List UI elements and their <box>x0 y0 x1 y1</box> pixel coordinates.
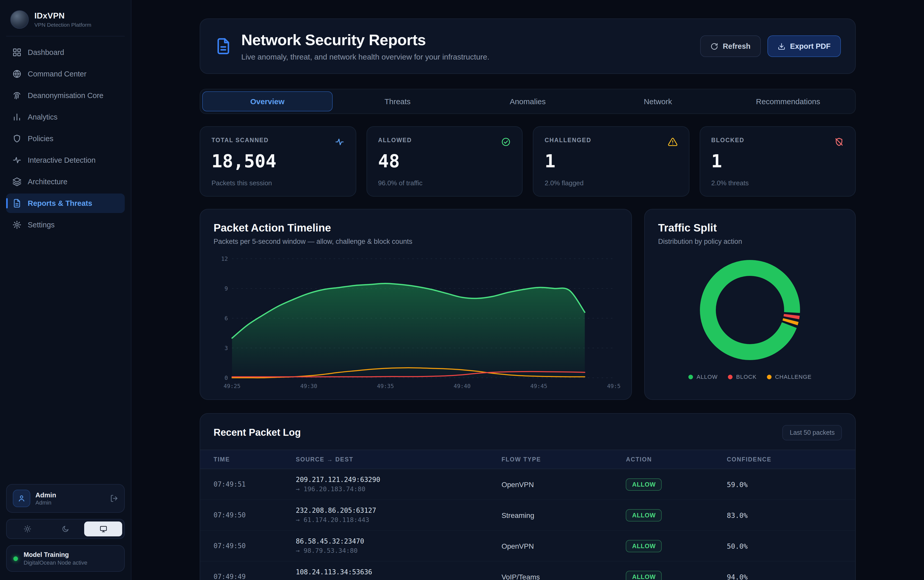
tab-network[interactable]: Network <box>593 91 723 111</box>
theme-dark-button[interactable] <box>46 521 84 536</box>
page-subtitle: Live anomaly, threat, and network health… <box>241 52 489 61</box>
table-row: 07:49:51 209.217.121.249:63290→ 196.20.1… <box>200 469 855 500</box>
tab-anomalies[interactable]: Anomalies <box>463 91 593 111</box>
timeline-title: Packet Action Timeline <box>214 222 618 234</box>
log-header: Recent Packet Log Last 50 packets <box>200 425 855 440</box>
stat-label: TOTAL SCANNED <box>211 137 344 143</box>
main-content[interactable]: Network Security Reports Live anomaly, t… <box>132 0 924 580</box>
brand-text: IDxVPN VPN Detection Platform <box>35 11 91 28</box>
logout-icon[interactable] <box>110 494 118 503</box>
action-badge: ALLOW <box>626 478 662 491</box>
cell-action: ALLOW <box>626 509 727 521</box>
cell-time: 07:49:49 <box>200 573 296 580</box>
shield-off-icon <box>834 137 844 147</box>
tab-recommendations[interactable]: Recommendations <box>723 91 853 111</box>
sidebar: IDxVPN VPN Detection Platform Dashboard … <box>0 0 132 580</box>
legend-block: BLOCK <box>728 374 757 380</box>
sidebar-item-architecture[interactable]: Architecture <box>6 172 125 191</box>
header-actions: Refresh Export PDF <box>700 35 841 57</box>
app-root: IDxVPN VPN Detection Platform Dashboard … <box>0 0 924 580</box>
export-pdf-button[interactable]: Export PDF <box>768 35 841 57</box>
refresh-button[interactable]: Refresh <box>700 35 761 57</box>
refresh-icon <box>710 42 718 50</box>
col-time: TIME <box>200 456 296 463</box>
stat-value: 1 <box>545 151 677 171</box>
user-avatar <box>13 490 30 507</box>
cell-flow: OpenVPN <box>502 480 626 488</box>
svg-text:0: 0 <box>225 375 228 381</box>
stat-blocked: BLOCKED 1 2.0% threats <box>699 126 856 196</box>
action-badge: ALLOW <box>626 540 662 552</box>
tab-overview[interactable]: Overview <box>202 91 333 111</box>
svg-text:6: 6 <box>225 315 228 321</box>
legend-allow: ALLOW <box>688 374 718 380</box>
legend-label: ALLOW <box>697 374 718 380</box>
sidebar-item-command-center[interactable]: Command Center <box>6 64 125 84</box>
fingerprint-icon <box>12 91 21 100</box>
svg-text:3: 3 <box>225 345 228 351</box>
theme-system-button[interactable] <box>84 521 122 536</box>
status-dot-icon <box>13 556 18 561</box>
tab-threats[interactable]: Threats <box>333 91 463 111</box>
traffic-title: Traffic Split <box>658 222 842 234</box>
cell-source-dest: 232.208.86.205:63127→ 61.174.20.118:443 <box>296 507 502 524</box>
sidebar-item-label: Deanonymisation Core <box>28 91 104 100</box>
cell-flow: OpenVPN <box>502 542 626 550</box>
challenge-dot-icon <box>767 374 772 379</box>
stat-sub: 2.0% threats <box>711 179 844 187</box>
allow-dot-icon <box>688 374 693 379</box>
cell-confidence: 83.0% <box>727 511 855 519</box>
sidebar-item-policies[interactable]: Policies <box>6 129 125 148</box>
sidebar-nav: Dashboard Command Center Deanonymisation… <box>6 41 125 236</box>
donut-legend: ALLOW BLOCK CHALLENGE <box>658 374 842 380</box>
sidebar-item-dashboard[interactable]: Dashboard <box>6 43 125 62</box>
svg-text:49:45: 49:45 <box>530 383 547 389</box>
cell-flow: Streaming <box>502 511 626 519</box>
svg-text:49:50: 49:50 <box>607 383 621 389</box>
user-card[interactable]: Admin Admin <box>6 484 125 513</box>
sidebar-item-interactive-detection[interactable]: Interactive Detection <box>6 150 125 170</box>
timeline-subtitle: Packets per 5-second window — allow, cha… <box>214 238 618 246</box>
sidebar-item-settings[interactable]: Settings <box>6 215 125 234</box>
traffic-split-card: Traffic Split Distribution by policy act… <box>644 209 856 400</box>
stat-challenged: CHALLENGED 1 2.0% flagged <box>533 126 689 196</box>
packet-table: TIME SOURCE → DEST FLOW TYPE ACTION CONF… <box>200 450 855 580</box>
traffic-donut-chart <box>697 257 803 363</box>
stats-row: TOTAL SCANNED 18,504 Packets this sessio… <box>200 126 856 196</box>
sidebar-item-deanonymisation-core[interactable]: Deanonymisation Core <box>6 86 125 105</box>
theme-switcher <box>6 519 125 539</box>
svg-text:49:30: 49:30 <box>300 383 317 389</box>
activity-icon <box>334 137 344 147</box>
action-badge: ALLOW <box>626 509 662 521</box>
sidebar-item-label: Analytics <box>28 113 58 121</box>
grid-icon <box>12 48 21 57</box>
sidebar-item-label: Architecture <box>28 178 68 186</box>
svg-text:49:35: 49:35 <box>377 383 394 389</box>
sidebar-item-reports-threats[interactable]: Reports & Threats <box>6 193 125 213</box>
brand-name: IDxVPN <box>35 11 91 21</box>
bar-chart-icon <box>12 112 21 122</box>
status-text: Model Training DigitalOcean Node active <box>24 551 87 566</box>
model-training-status: Model Training DigitalOcean Node active <box>6 545 125 572</box>
cell-time: 07:49:51 <box>200 480 296 488</box>
stat-value: 18,504 <box>211 151 344 171</box>
cell-action: ALLOW <box>626 570 727 580</box>
donut-wrap <box>658 257 842 363</box>
header-text: Network Security Reports Live anomaly, t… <box>241 31 489 61</box>
sidebar-item-label: Interactive Detection <box>28 156 96 164</box>
cell-time: 07:49:50 <box>200 542 296 550</box>
svg-text:9: 9 <box>225 285 228 292</box>
globe-icon <box>12 69 21 79</box>
packet-action-timeline-card: Packet Action Timeline Packets per 5-sec… <box>200 209 632 400</box>
stat-sub: 96.0% of traffic <box>378 179 511 187</box>
stat-sub: Packets this session <box>211 179 344 187</box>
legend-label: CHALLENGE <box>775 374 812 380</box>
gear-icon <box>12 220 21 229</box>
report-file-icon <box>214 38 232 55</box>
sidebar-item-analytics[interactable]: Analytics <box>6 107 125 127</box>
stat-total-scanned: TOTAL SCANNED 18,504 Packets this sessio… <box>200 126 356 196</box>
stat-value: 1 <box>711 151 844 171</box>
theme-light-button[interactable] <box>9 521 46 536</box>
col-action: ACTION <box>626 456 727 463</box>
stat-allowed: ALLOWED 48 96.0% of traffic <box>366 126 522 196</box>
